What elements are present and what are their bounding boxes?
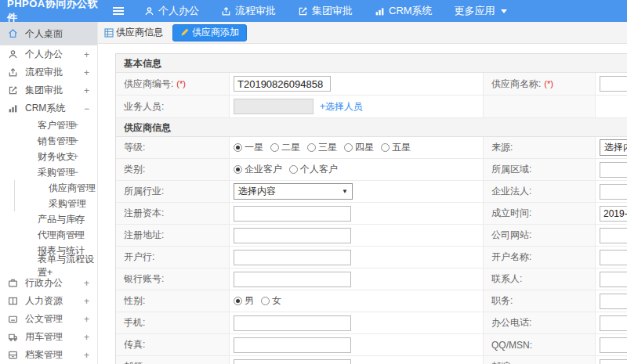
legal-person-input[interactable]: [600, 184, 627, 200]
sidebar-item-label: CRM系统: [25, 102, 65, 115]
sidebar: 个人桌面 个人办公 + 流程审批 + 集团审批 + CRM系统 − 客户管理 +…: [0, 22, 98, 364]
expand-icon[interactable]: +: [84, 332, 89, 343]
radio-label: 企业客户: [245, 163, 282, 176]
sidebar-item-customer-mgmt[interactable]: 客户管理 +: [0, 117, 97, 133]
expand-icon[interactable]: +: [84, 314, 89, 325]
nav-workflow-approval[interactable]: 流程审批: [221, 4, 276, 18]
fax-input[interactable]: [234, 337, 351, 353]
form-row-gender-jobtitle: 性别: 男 女 职务:: [116, 290, 627, 312]
job-title-input[interactable]: [600, 294, 627, 309]
email-input[interactable]: [234, 359, 351, 364]
supplier-name-input[interactable]: [600, 76, 627, 92]
radio-category-enterprise[interactable]: 企业客户: [234, 163, 282, 176]
sidebar-item-label: 个人桌面: [25, 27, 63, 41]
truck-icon: [8, 332, 19, 343]
field-value: [230, 268, 484, 290]
form-row-supplier-no: 供应商编号: (*) 供应商名称: (*): [116, 73, 627, 96]
expand-icon[interactable]: +: [73, 135, 78, 146]
caret-down-icon: ▼: [342, 188, 348, 195]
bank-input[interactable]: [234, 250, 351, 265]
sidebar-item-purchase-mgmt[interactable]: 采购管理 −: [0, 164, 97, 180]
qq-msn-input[interactable]: [600, 337, 627, 353]
expand-icon[interactable]: +: [84, 278, 89, 289]
choose-staff-link[interactable]: +选择人员: [320, 100, 363, 114]
source-select[interactable]: 选择内容▼: [600, 139, 627, 156]
sidebar-item-workflow-approval[interactable]: 流程审批 +: [0, 63, 97, 81]
sidebar-item-admin-office[interactable]: 行政办公 +: [0, 274, 97, 292]
field-label: 公司网站:: [484, 225, 596, 246]
expand-icon[interactable]: +: [73, 214, 78, 225]
nav-more-apps[interactable]: 更多应用: [455, 4, 507, 18]
registered-address-input[interactable]: [234, 228, 351, 243]
field-value: [230, 225, 484, 246]
contact-input[interactable]: [600, 272, 627, 287]
sidebar-item-document-mgmt[interactable]: 公文管理 +: [0, 310, 97, 328]
expand-icon[interactable]: +: [73, 229, 78, 240]
nav-group-approval[interactable]: 集团审批: [298, 4, 353, 18]
field-value: [596, 73, 627, 95]
section-title: 基本信息: [116, 54, 627, 73]
region-input[interactable]: [600, 162, 627, 178]
mobile-input[interactable]: [234, 315, 351, 331]
nav-label: 更多应用: [455, 4, 495, 18]
radio-level-5[interactable]: 五星: [381, 141, 411, 154]
office-phone-input[interactable]: [600, 315, 627, 331]
label-text: 供应商编号:: [124, 77, 173, 91]
radio-category-personal[interactable]: 个人客户: [289, 163, 338, 176]
nav-personal-office[interactable]: 个人办公: [144, 4, 199, 18]
founded-date-input[interactable]: [600, 206, 627, 222]
form-row-industry-legal: 所属行业: 选择内容▼ 企业法人:: [116, 181, 627, 203]
account-name-input[interactable]: [600, 250, 627, 265]
tab-supplier-info[interactable]: 供应商信息: [104, 26, 163, 39]
field-value: [596, 356, 627, 364]
sidebar-item-sales-mgmt[interactable]: 销售管理 +: [0, 133, 97, 149]
field-label: 所属行业:: [116, 181, 230, 202]
radio-gender-female[interactable]: 女: [261, 294, 281, 308]
expand-icon[interactable]: +: [84, 67, 89, 78]
tab-supplier-add[interactable]: 供应商添加: [172, 24, 247, 41]
sidebar-item-vehicle-mgmt[interactable]: 用车管理 +: [0, 328, 97, 346]
collapse-icon[interactable]: −: [73, 167, 78, 178]
sidebar-item-human-resources[interactable]: 人力资源 +: [0, 292, 97, 310]
radio-icon: [270, 143, 279, 152]
expand-icon[interactable]: +: [73, 151, 78, 162]
collapse-icon[interactable]: −: [84, 103, 89, 114]
radio-gender-male[interactable]: 男: [234, 294, 254, 308]
sidebar-item-agent-mgmt[interactable]: 代理商管理 +: [0, 227, 97, 243]
radio-level-2[interactable]: 二星: [270, 141, 300, 154]
sidebar-item-purchasing[interactable]: 采购管理: [15, 196, 97, 211]
label-text: 手机:: [124, 316, 145, 330]
sidebar-item-finance[interactable]: 财务收支 +: [0, 149, 97, 164]
sidebar-item-personal-office[interactable]: 个人办公 +: [0, 45, 97, 63]
expand-icon[interactable]: +: [84, 350, 89, 361]
sidebar-item-crm-system[interactable]: CRM系统 −: [0, 99, 97, 117]
radio-label: 女: [272, 294, 281, 308]
radio-level-4[interactable]: 四星: [344, 141, 374, 154]
website-input[interactable]: [600, 228, 627, 243]
sidebar-item-group-approval[interactable]: 集团审批 +: [0, 81, 97, 99]
sidebar-item-personal-desktop[interactable]: 个人桌面: [0, 22, 97, 45]
registered-capital-input[interactable]: [234, 206, 351, 222]
supplier-no-input[interactable]: [234, 76, 331, 92]
sidebar-item-archive-mgmt[interactable]: 档案管理 +: [0, 346, 97, 364]
expand-icon[interactable]: +: [84, 49, 89, 60]
staff-input[interactable]: [234, 99, 314, 114]
nav-crm-system[interactable]: CRM系统: [375, 4, 433, 18]
field-label: 成立时间:: [484, 203, 596, 224]
field-label: 供应商名称: (*): [484, 73, 596, 95]
hamburger-menu-icon[interactable]: [113, 10, 124, 12]
radio-level-3[interactable]: 三星: [307, 141, 337, 154]
sidebar-item-form-flow-settings[interactable]: 表单与流程设置+: [0, 258, 97, 274]
bank-account-input[interactable]: [234, 272, 351, 287]
expand-icon[interactable]: +: [73, 120, 78, 131]
sidebar-item-supplier-mgmt[interactable]: 供应商管理: [15, 180, 97, 196]
field-label: 邮箱:: [116, 356, 230, 364]
zip-input[interactable]: [600, 359, 627, 364]
field-value: [230, 356, 484, 364]
expand-icon[interactable]: +: [84, 296, 89, 307]
expand-icon[interactable]: +: [84, 85, 89, 96]
sidebar-item-product-inventory[interactable]: 产品与库存 +: [0, 211, 97, 227]
industry-select[interactable]: 选择内容▼: [234, 183, 353, 200]
radio-level-1[interactable]: 一星: [234, 141, 263, 154]
radio-label: 三星: [318, 141, 337, 154]
